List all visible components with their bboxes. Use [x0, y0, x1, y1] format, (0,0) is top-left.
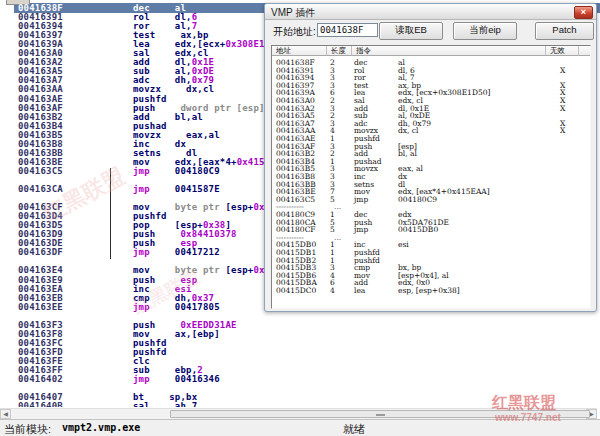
current-eip-button[interactable]: 当前eip	[453, 22, 517, 40]
table-row[interactable]: 004180CF5jmp00415DB0	[272, 226, 590, 234]
vmp-window-title: VMP 插件	[271, 6, 315, 20]
table-row[interactable]: 00415DC04leaesp, [esp+0x38]	[272, 287, 590, 295]
table-row[interactable]: 00415DB01incesi	[272, 241, 590, 249]
disasm-row[interactable]: 004163FEclc	[0, 357, 600, 366]
disasm-row[interactable]: 004163F8movax,[ebp]	[0, 330, 600, 339]
table-row[interactable]: 00415DB64mov[esp+0x4], al	[272, 272, 590, 280]
read-eb-button[interactable]: 读取EB	[379, 22, 443, 40]
status-ready-text: 就绪	[343, 422, 365, 436]
table-row[interactable]: -----------...	[272, 203, 590, 211]
header-address[interactable]: 地址	[272, 46, 327, 56]
disasm-row[interactable]: 004163FDpushfd	[0, 348, 600, 357]
table-row[interactable]: 004163B53movzxeax, al	[272, 165, 590, 173]
table-row[interactable]: 004163AA4movzxdx, clX	[272, 127, 590, 135]
table-row[interactable]: 004163A23adddl, 0x1EX	[272, 105, 590, 113]
table-row[interactable]: 004163A73adcdh, 0x79X	[272, 120, 590, 128]
table-row[interactable]: 004163C55jmp004180C9	[272, 196, 590, 204]
disasm-row[interactable]: 00416407btsp,bx	[0, 393, 600, 402]
disasm-row[interactable]	[0, 312, 600, 321]
scroll-left-icon[interactable]: ◀	[0, 409, 11, 419]
table-row[interactable]: 0041639A6leaedx, [ecx+0x308E1D50]X	[272, 89, 590, 97]
disasm-row[interactable]: 004163FFsubebp,2	[0, 366, 600, 375]
start-address-input[interactable]	[317, 23, 378, 37]
table-row[interactable]: 004163913roldl, 6X	[272, 67, 590, 75]
table-row[interactable]: 004163A02saledx, clX	[272, 97, 590, 105]
table-row[interactable]: 004163A52subal, 0xDE	[272, 112, 590, 120]
current-module-label: 当前模块:	[4, 422, 51, 436]
table-row[interactable]: -----------...	[272, 234, 590, 242]
disasm-row[interactable]: 004163FCpushfd	[0, 339, 600, 348]
table-row[interactable]: 004163B83incdx	[272, 173, 590, 181]
table-header-row: 地址 长度 指令 无效	[272, 46, 590, 57]
table-row[interactable]: 004163AF3push[esp]	[272, 143, 590, 151]
table-row[interactable]: 004163B41pushad	[272, 158, 590, 166]
scrollbar-grip	[376, 414, 385, 416]
scrollbar-thumb[interactable]	[170, 410, 590, 418]
close-icon[interactable]: ×	[574, 6, 593, 19]
header-extra	[579, 46, 591, 56]
patch-button[interactable]: Patch	[535, 22, 594, 40]
current-module-value: vmpt2.vmp.exe	[62, 422, 140, 433]
jump-path-line	[110, 168, 111, 259]
table-row[interactable]: 004163B22addbl, al	[272, 150, 590, 158]
instruction-table[interactable]: 地址 长度 指令 无效 0041638F2decal004163913roldl…	[271, 45, 591, 309]
header-invalid[interactable]: 无效	[546, 46, 579, 56]
start-address-label: 开始地址:	[273, 25, 316, 39]
disasm-row[interactable]: 0041640Bsalah,7	[0, 402, 600, 407]
disasm-row[interactable]	[0, 384, 600, 393]
vmp-plugin-window: VMP 插件 × 开始地址: 读取EB 当前eip Patch 地址 长度 指令…	[264, 3, 597, 312]
header-length[interactable]: 长度	[327, 46, 352, 56]
table-row[interactable]: 004163943roral, 7	[272, 74, 590, 82]
status-bar: 当前模块: vmpt2.vmp.exe 就绪	[0, 419, 600, 436]
horizontal-scrollbar[interactable]: ◀ ▶	[0, 408, 597, 419]
table-row[interactable]: 00415DB11pushfd	[272, 249, 590, 257]
vmp-titlebar[interactable]: VMP 插件 ×	[265, 4, 596, 20]
table-row[interactable]: 00415DB21pushfd	[272, 257, 590, 265]
debugger-screen: 0041638Fdecal00416391roldl,600416394rora…	[0, 0, 600, 436]
header-instruction[interactable]: 指令	[352, 46, 546, 56]
disasm-row[interactable]: 004163F3push0xEEDD31AE	[0, 321, 600, 330]
table-row[interactable]: 0041638F2decal	[272, 59, 590, 67]
disasm-row[interactable]: 00416402jmp00416346	[0, 375, 600, 384]
table-row[interactable]: 004163AE1pushfd	[272, 135, 590, 143]
